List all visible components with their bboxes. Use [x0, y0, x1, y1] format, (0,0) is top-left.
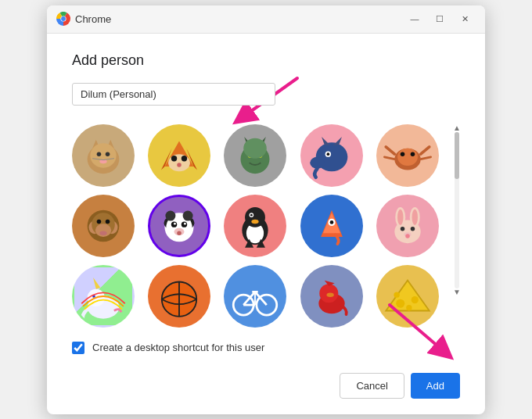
svg-point-77: [401, 226, 405, 231]
svg-line-36: [420, 146, 429, 153]
avatar-elephant[interactable]: [300, 124, 363, 187]
svg-point-45: [97, 219, 102, 224]
avatar-cat[interactable]: [72, 124, 135, 187]
svg-point-57: [177, 231, 182, 235]
rabbit-icon: [379, 197, 437, 255]
button-row: Cancel Add: [72, 373, 460, 399]
bicycle-icon: [226, 267, 284, 325]
svg-point-100: [326, 292, 333, 297]
elephant-icon: [303, 127, 361, 184]
desktop-shortcut-label: Create a desktop shortcut for this user: [92, 342, 264, 353]
penguin-icon: [226, 197, 284, 255]
svg-line-34: [386, 146, 394, 153]
svg-line-35: [384, 156, 394, 159]
svg-point-64: [250, 213, 253, 216]
svg-point-19: [177, 163, 182, 167]
avatar-cheese[interactable]: [376, 265, 439, 328]
close-button[interactable]: ✕: [454, 10, 476, 27]
svg-point-59: [183, 210, 193, 220]
title-bar: Chrome — ☐ ✕: [47, 5, 485, 34]
dialog-body: Add person: [47, 34, 485, 414]
cardinal-icon: [303, 267, 361, 325]
svg-point-25: [244, 138, 268, 158]
svg-point-103: [396, 299, 404, 307]
avatar-rabbit[interactable]: [376, 195, 439, 257]
svg-point-8: [97, 152, 102, 156]
fox-icon: [150, 127, 208, 184]
panda-icon: [150, 197, 208, 255]
minimize-button[interactable]: —: [404, 10, 426, 27]
svg-point-55: [184, 222, 186, 224]
cancel-button[interactable]: Cancel: [340, 373, 404, 399]
chrome-window: Chrome — ☐ ✕ Add person: [47, 5, 485, 414]
avatar-unicorn[interactable]: [72, 265, 135, 328]
svg-point-7: [90, 143, 116, 167]
svg-point-46: [106, 219, 110, 224]
desktop-shortcut-checkbox[interactable]: [72, 342, 84, 354]
avatar-section: ▲ ▼: [72, 124, 460, 328]
unicorn-icon: [74, 267, 132, 325]
avatar-grid: [72, 124, 448, 328]
chrome-logo: [56, 12, 70, 26]
svg-point-62: [245, 206, 265, 227]
svg-point-58: [166, 210, 176, 220]
svg-point-78: [410, 226, 415, 231]
bird-icon: [303, 197, 361, 255]
avatar-grid-container: [72, 124, 448, 328]
svg-point-17: [171, 156, 177, 161]
scroll-track: [455, 132, 459, 288]
svg-marker-83: [93, 277, 100, 288]
avatar-fox[interactable]: [148, 124, 210, 187]
window-controls: — ☐ ✕: [404, 10, 476, 27]
avatar-panda[interactable]: [148, 195, 210, 257]
svg-point-71: [329, 220, 333, 224]
svg-point-18: [182, 156, 187, 161]
crab-icon: [379, 127, 437, 184]
svg-point-75: [397, 209, 403, 224]
monkey-icon: [74, 197, 132, 255]
dragon-icon: [226, 127, 284, 184]
cheese-icon: [379, 267, 437, 325]
svg-point-9: [106, 152, 110, 156]
svg-point-105: [406, 305, 412, 310]
svg-line-37: [420, 156, 430, 159]
scrollbar[interactable]: ▲ ▼: [454, 124, 460, 328]
svg-point-80: [405, 234, 410, 238]
svg-point-3: [61, 16, 66, 21]
avatar-crab[interactable]: [376, 124, 439, 187]
svg-point-29: [326, 152, 329, 156]
avatar-bird[interactable]: [300, 195, 363, 257]
basketball-icon: [150, 267, 208, 325]
cat-icon: [74, 127, 132, 184]
svg-point-54: [174, 222, 176, 224]
name-input[interactable]: [72, 83, 275, 106]
svg-marker-31: [332, 136, 341, 145]
svg-point-47: [99, 231, 106, 235]
avatar-monkey[interactable]: [72, 195, 135, 257]
window-title: Chrome: [75, 13, 404, 25]
avatar-basketball[interactable]: [148, 265, 210, 328]
svg-marker-30: [322, 136, 330, 145]
avatar-penguin[interactable]: [224, 195, 286, 257]
scroll-thumb[interactable]: [455, 132, 459, 179]
checkbox-row: Create a desktop shortcut for this user: [72, 342, 460, 354]
scroll-up-arrow[interactable]: ▲: [453, 124, 461, 132]
name-input-wrapper: [72, 83, 460, 106]
svg-point-39: [410, 152, 415, 156]
svg-point-38: [401, 152, 405, 156]
maximize-button[interactable]: ☐: [429, 10, 451, 27]
avatar-cardinal[interactable]: [300, 265, 363, 328]
svg-point-76: [412, 209, 417, 224]
avatar-bicycle[interactable]: [224, 265, 286, 328]
avatar-dragon[interactable]: [224, 124, 286, 187]
svg-point-104: [411, 296, 418, 303]
svg-point-106: [394, 292, 399, 297]
scroll-down-arrow[interactable]: ▼: [453, 288, 461, 296]
svg-point-33: [397, 148, 418, 165]
dialog-title: Add person: [72, 52, 460, 69]
svg-point-65: [252, 219, 259, 224]
add-button[interactable]: Add: [411, 373, 460, 399]
